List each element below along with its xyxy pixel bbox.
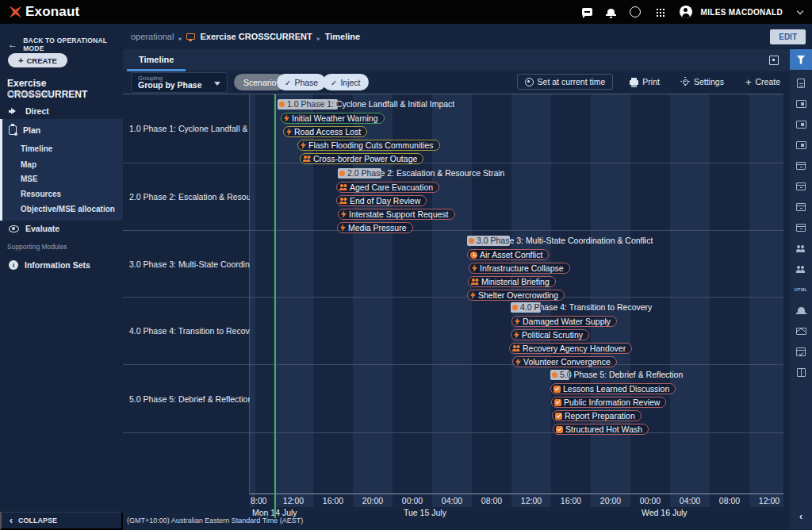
chevron-left-icon bbox=[10, 515, 13, 526]
timeline-toolbar: Grouping Group by Phase Scenario Phase I… bbox=[123, 71, 812, 94]
chip-phase[interactable]: Phase bbox=[277, 74, 326, 90]
chat-icon[interactable] bbox=[582, 8, 592, 16]
breadcrumb-page[interactable]: Timeline bbox=[325, 32, 360, 41]
inject-item[interactable]: Recovery Agency Handover bbox=[509, 343, 632, 354]
dropdown-caret-icon bbox=[214, 82, 220, 89]
inject-item[interactable]: Report Preparation bbox=[552, 410, 642, 421]
sidebar-item-resources[interactable]: Resources bbox=[0, 186, 123, 201]
html-tool-button[interactable]: HTML bbox=[790, 279, 812, 300]
inject-item[interactable]: Flash Flooding Cuts Communities bbox=[297, 140, 440, 151]
avatar[interactable] bbox=[680, 6, 692, 18]
rail-collapse-button[interactable] bbox=[790, 508, 812, 524]
groups-tool-button[interactable] bbox=[790, 259, 812, 279]
print-button[interactable]: Print bbox=[625, 76, 665, 87]
back-to-operational-mode-link[interactable]: BACK TO OPERATIONAL MODE bbox=[8, 36, 123, 52]
task-icon bbox=[553, 386, 561, 393]
edit-button[interactable]: EDIT bbox=[770, 29, 806, 44]
axis-tick: 12:00 bbox=[283, 496, 304, 505]
sidebar-item-mse[interactable]: MSE bbox=[0, 171, 123, 186]
axis-tick: 20:00 bbox=[362, 496, 383, 505]
inject-item[interactable]: Road Access Lost bbox=[283, 126, 367, 137]
card-icon bbox=[796, 141, 806, 149]
create-inject-button[interactable]: Create bbox=[741, 75, 785, 89]
help-icon[interactable] bbox=[630, 6, 641, 17]
inject-item[interactable]: End of Day Review bbox=[336, 195, 427, 206]
sidebar-item-direct[interactable]: Direct bbox=[0, 103, 123, 119]
row-label: 3.0 Phase 3: Multi-State Coordination... bbox=[123, 231, 250, 298]
gantt-chart[interactable]: 1.0 Phase 1: Cyclone Landfall & Initial … bbox=[250, 94, 783, 494]
card-tool-button[interactable] bbox=[790, 114, 812, 135]
breadcrumb-exercise[interactable]: Exercise CROSSCURRENT bbox=[200, 32, 312, 41]
chevron-down-icon[interactable] bbox=[797, 7, 803, 13]
card-tool-button[interactable] bbox=[790, 94, 812, 114]
filter-tool-button[interactable] bbox=[790, 49, 812, 70]
set-at-current-time-button[interactable]: Set at current time bbox=[517, 74, 614, 90]
axis-tick: 04:00 bbox=[442, 496, 462, 505]
grouping-select[interactable]: Grouping Group by Phase bbox=[131, 72, 228, 93]
notes-tool-button[interactable] bbox=[790, 73, 812, 94]
inject-item[interactable]: Political Scrutiny bbox=[511, 329, 589, 340]
plus-icon bbox=[745, 76, 752, 88]
mail-tool-button[interactable] bbox=[790, 321, 812, 341]
create-button[interactable]: CREATE bbox=[8, 53, 67, 67]
schedule-tool-button[interactable] bbox=[790, 341, 812, 362]
phase-dot-icon bbox=[552, 372, 557, 378]
sidebar-item-objective-mse-allocation[interactable]: Objective/MSE allocation bbox=[0, 202, 123, 216]
gear-icon bbox=[683, 79, 688, 85]
group-icon bbox=[512, 345, 520, 351]
user-name[interactable]: MILES MACDONALD bbox=[701, 8, 783, 17]
sidebar-item-plan[interactable]: Plan bbox=[0, 122, 123, 138]
phase-dot-icon bbox=[469, 238, 474, 244]
sidebar-item-evaluate[interactable]: Evaluate bbox=[0, 221, 123, 236]
archive-box-icon bbox=[796, 224, 806, 232]
archive-tool-button[interactable] bbox=[790, 197, 812, 217]
app-window: Exonaut MILES MACDONALD BACK TO OPERATIO… bbox=[0, 0, 812, 530]
axis-tick: 00:00 bbox=[640, 496, 661, 505]
row-label-column: 1.0 Phase 1: Cyclone Landfall & Initia..… bbox=[123, 94, 250, 494]
card-icon bbox=[796, 100, 806, 108]
notifications-bell-icon[interactable] bbox=[607, 9, 615, 16]
groups-tool-button[interactable] bbox=[790, 238, 812, 259]
axis-tick: 12:00 bbox=[521, 496, 542, 505]
alerts-tool-button[interactable] bbox=[790, 300, 812, 321]
library-tool-button[interactable] bbox=[790, 362, 812, 382]
axis-days-row: Mon 14 July Tue 15 July Wed 16 July bbox=[250, 507, 783, 518]
tab-timeline[interactable]: Timeline bbox=[127, 49, 186, 71]
inject-item[interactable]: Infrastructure Collapse bbox=[469, 263, 570, 274]
people-icon bbox=[796, 245, 806, 252]
phase-dot-icon bbox=[279, 102, 285, 107]
breadcrumb-root[interactable]: operational bbox=[131, 32, 174, 41]
sidebar-item-timeline[interactable]: Timeline bbox=[0, 141, 123, 156]
axis-tick: 00:00 bbox=[402, 496, 423, 505]
eye-icon bbox=[9, 225, 19, 232]
axis-tick: 16:00 bbox=[323, 496, 343, 505]
inject-item[interactable]: Public Information Review bbox=[551, 397, 666, 408]
inject-item[interactable]: Aged Care Evacuation bbox=[336, 182, 439, 193]
inject-item[interactable]: Cross-border Power Outage bbox=[300, 153, 423, 164]
archive-tool-button[interactable] bbox=[790, 176, 812, 197]
inject-item[interactable]: Volunteer Convergence bbox=[512, 356, 617, 367]
inject-item[interactable]: Structured Hot Wash bbox=[553, 424, 649, 435]
inject-item[interactable]: Lessons Learned Discussion bbox=[550, 383, 676, 394]
archive-tool-button[interactable] bbox=[790, 217, 812, 238]
inject-item[interactable]: Damaged Water Supply bbox=[511, 316, 617, 327]
sidebar-item-information-sets[interactable]: Information Sets bbox=[0, 257, 123, 273]
group-icon bbox=[339, 184, 347, 190]
sidebar: BACK TO OPERATIONAL MODE CREATE Exercise… bbox=[0, 24, 123, 530]
inject-item[interactable]: Initial Weather Warning bbox=[281, 113, 385, 124]
collapse-button[interactable]: COLLAPSE bbox=[0, 512, 123, 530]
archive-tool-button[interactable] bbox=[790, 156, 812, 176]
settings-button[interactable]: Settings bbox=[676, 76, 729, 87]
bell-icon bbox=[798, 307, 805, 314]
inject-item[interactable]: Ministerial Briefing bbox=[468, 276, 556, 287]
fullscreen-icon[interactable] bbox=[769, 56, 779, 65]
chip-inject[interactable]: Inject bbox=[323, 74, 369, 90]
card-tool-button[interactable] bbox=[790, 135, 812, 156]
inject-item[interactable]: Interstate Support Request bbox=[338, 209, 455, 220]
inject-item[interactable]: Media Pressure bbox=[337, 222, 413, 233]
apps-grid-icon[interactable] bbox=[656, 8, 665, 17]
inject-item[interactable]: Air Asset Conflict bbox=[467, 249, 549, 260]
sidebar-item-map[interactable]: Map bbox=[0, 157, 123, 171]
inject-item[interactable]: Shelter Overcrowding bbox=[467, 290, 565, 301]
group-icon bbox=[303, 156, 311, 162]
